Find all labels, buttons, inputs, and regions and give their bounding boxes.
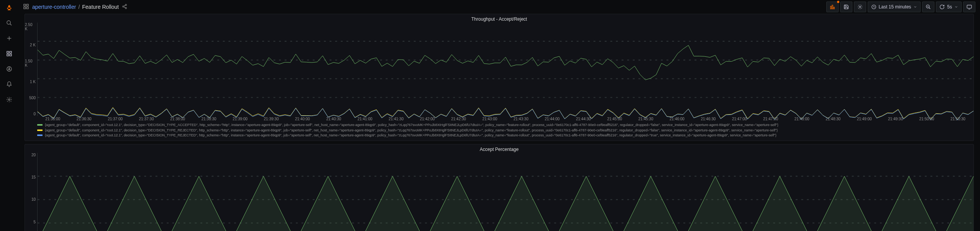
add-panel-button[interactable] bbox=[826, 2, 839, 12]
svg-point-17 bbox=[125, 7, 127, 9]
breadcrumb: aperture-controller / Feature Rollout bbox=[32, 4, 119, 10]
svg-line-18 bbox=[124, 5, 125, 6]
svg-point-0 bbox=[7, 21, 10, 24]
svg-point-10 bbox=[8, 99, 10, 100]
panel-title: Throughput - Accept/Reject bbox=[25, 14, 973, 23]
svg-rect-12 bbox=[26, 4, 28, 6]
legend-item[interactable]: {agent_group="default", component_id="ro… bbox=[37, 133, 970, 138]
svg-marker-9 bbox=[8, 68, 10, 70]
share-icon[interactable] bbox=[122, 4, 127, 10]
svg-rect-6 bbox=[7, 54, 9, 56]
svg-marker-37 bbox=[38, 176, 973, 231]
svg-rect-5 bbox=[10, 51, 11, 53]
svg-line-19 bbox=[124, 7, 125, 8]
settings-button[interactable] bbox=[854, 2, 866, 12]
x-axis: 21:36:0021:36:3021:37:0021:37:3021:38:00… bbox=[25, 116, 973, 121]
svg-rect-28 bbox=[967, 5, 972, 8]
legend-item[interactable]: {agent_group="default", component_id="ro… bbox=[37, 128, 970, 133]
chart-plot[interactable] bbox=[37, 153, 973, 231]
time-range-picker[interactable]: Last 15 minutes bbox=[868, 2, 921, 12]
y-axis: 2.50 K2 K1.50 K1 K5000 bbox=[25, 23, 37, 116]
alerting-icon[interactable] bbox=[5, 80, 14, 89]
svg-rect-14 bbox=[26, 7, 28, 9]
breadcrumb-folder[interactable]: aperture-controller bbox=[32, 4, 76, 10]
y-axis: 20151050 bbox=[25, 153, 37, 231]
panel-title: Accept Percentage bbox=[25, 144, 973, 153]
svg-point-15 bbox=[125, 4, 127, 5]
refresh-picker[interactable]: 5s bbox=[936, 2, 962, 12]
svg-rect-7 bbox=[10, 54, 11, 56]
tv-mode-button[interactable] bbox=[963, 2, 975, 12]
legend-item[interactable]: {agent_group="default", component_id="ro… bbox=[37, 123, 970, 128]
chevron-down-icon bbox=[954, 5, 958, 9]
plus-icon[interactable] bbox=[5, 34, 14, 43]
svg-point-23 bbox=[859, 6, 861, 8]
chart-plot[interactable] bbox=[37, 23, 973, 116]
chevron-down-icon bbox=[913, 5, 917, 9]
svg-rect-13 bbox=[24, 7, 26, 9]
side-nav bbox=[0, 0, 18, 231]
save-button[interactable] bbox=[840, 2, 852, 12]
zoom-out-button[interactable] bbox=[922, 2, 934, 12]
config-icon[interactable] bbox=[5, 95, 14, 104]
svg-line-1 bbox=[10, 24, 11, 25]
svg-rect-4 bbox=[7, 51, 9, 53]
panel-throughput: Throughput - Accept/Reject 2.50 K2 K1.50… bbox=[25, 14, 974, 141]
refresh-interval: 5s bbox=[947, 4, 952, 10]
search-icon[interactable] bbox=[5, 18, 14, 28]
topbar: aperture-controller / Feature Rollout La… bbox=[18, 0, 980, 14]
panel-accept-percentage: Accept Percentage 20151050 21:36:0021:36… bbox=[25, 144, 974, 231]
breadcrumb-page: Feature Rollout bbox=[82, 4, 119, 10]
grafana-logo-icon[interactable] bbox=[5, 3, 14, 12]
explore-icon[interactable] bbox=[5, 64, 14, 74]
svg-line-26 bbox=[929, 8, 931, 9]
time-range-label: Last 15 minutes bbox=[879, 4, 911, 10]
svg-rect-22 bbox=[834, 7, 834, 9]
svg-rect-20 bbox=[830, 6, 831, 9]
dashboard-icon bbox=[23, 3, 29, 10]
dashboards-icon[interactable] bbox=[5, 49, 14, 58]
svg-point-16 bbox=[123, 6, 124, 7]
breadcrumb-sep: / bbox=[78, 4, 80, 10]
svg-rect-11 bbox=[24, 4, 26, 6]
legend[interactable]: {agent_group="default", component_id="ro… bbox=[25, 121, 973, 141]
svg-rect-21 bbox=[832, 5, 832, 9]
